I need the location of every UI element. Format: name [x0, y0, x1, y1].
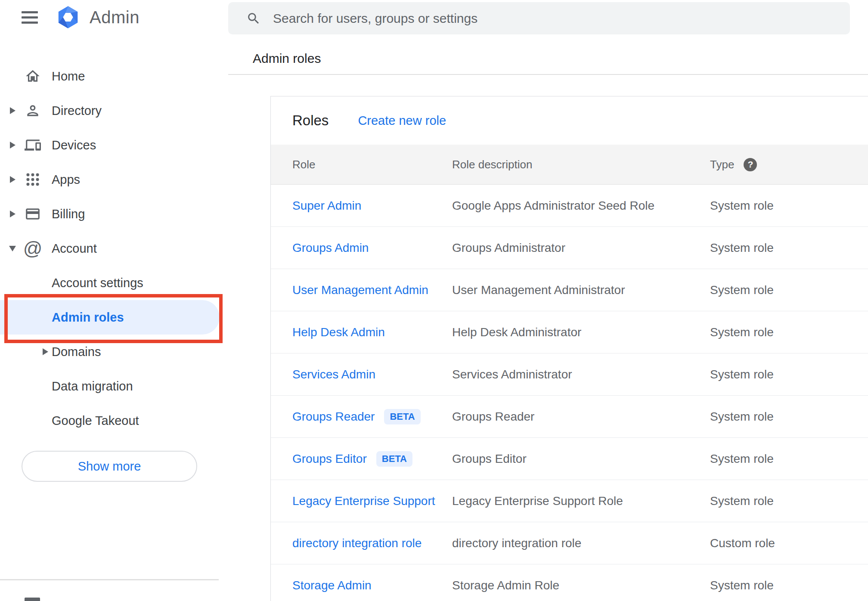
- sidebar-item-account[interactable]: @Account: [0, 231, 228, 266]
- sidebar-item-label: Billing: [52, 207, 85, 221]
- role-description-cell: Groups Editor: [452, 452, 710, 466]
- role-description-cell: Groups Reader: [452, 410, 710, 424]
- role-description-cell: Groups Administrator: [452, 241, 710, 255]
- sidebar-nav: HomeDirectoryDevicesAppsBilling@AccountA…: [0, 59, 228, 438]
- sidebar: Admin HomeDirectoryDevicesAppsBilling@Ac…: [0, 0, 228, 601]
- table-row: Groups AdminGroups AdministratorSystem r…: [271, 227, 868, 269]
- at-sign-icon: @: [24, 239, 42, 258]
- role-link[interactable]: Services Admin: [292, 368, 375, 381]
- column-header-role: Role: [292, 158, 452, 171]
- sidebar-item-label: Domains: [52, 345, 101, 359]
- sidebar-item-directory[interactable]: Directory: [0, 93, 228, 128]
- sidebar-item-label: Admin roles: [52, 310, 124, 325]
- table-body: Super AdminGoogle Apps Administrator See…: [271, 185, 868, 601]
- roles-card: Roles Create new role Role Role descript…: [270, 96, 868, 601]
- table-row: User Management AdminUser Management Adm…: [271, 269, 868, 311]
- roles-card-header: Roles Create new role: [271, 96, 868, 145]
- role-link[interactable]: User Management Admin: [292, 283, 428, 297]
- beta-badge: BETA: [376, 451, 412, 467]
- sidebar-item-domains[interactable]: Domains: [0, 335, 228, 369]
- table-row: Storage AdminStorage Admin RoleSystem ro…: [271, 564, 868, 601]
- table-row: Super AdminGoogle Apps Administrator See…: [271, 185, 868, 227]
- role-link[interactable]: Groups Admin: [292, 241, 369, 255]
- sidebar-item-billing[interactable]: Billing: [0, 197, 228, 231]
- role-type-cell: System role: [710, 494, 868, 508]
- sidebar-item-data-migration[interactable]: Data migration: [0, 369, 228, 403]
- role-type-cell: System role: [710, 368, 868, 381]
- table-row: Help Desk AdminHelp Desk AdministratorSy…: [271, 311, 868, 353]
- sidebar-bottom-divider: [0, 579, 219, 580]
- role-link[interactable]: Storage Admin: [292, 579, 372, 592]
- sidebar-item-label: Apps: [52, 173, 80, 187]
- role-link[interactable]: Groups Reader: [292, 410, 375, 424]
- table-row: directory integration roledirectory inte…: [271, 522, 868, 564]
- breadcrumb: Admin roles: [253, 51, 321, 66]
- column-header-type: Type ?: [710, 158, 868, 171]
- sidebar-item-label: Directory: [52, 104, 102, 118]
- sidebar-item-devices[interactable]: Devices: [0, 128, 228, 162]
- hamburger-menu-icon[interactable]: [22, 11, 39, 24]
- create-new-role-link[interactable]: Create new role: [358, 114, 446, 128]
- top-divider: [228, 74, 868, 75]
- beta-badge: BETA: [384, 409, 420, 424]
- sidebar-item-label: Account settings: [52, 276, 143, 290]
- role-link[interactable]: Help Desk Admin: [292, 325, 385, 339]
- expand-arrow-icon[interactable]: [9, 142, 16, 149]
- role-description-cell: Help Desk Administrator: [452, 325, 710, 339]
- role-type-cell: System role: [710, 283, 868, 297]
- admin-logo-icon: [56, 5, 80, 29]
- role-link[interactable]: Groups Editor: [292, 452, 367, 466]
- role-link[interactable]: directory integration role: [292, 536, 422, 550]
- sidebar-item-label: Home: [52, 69, 85, 84]
- sidebar-item-google-takeout[interactable]: Google Takeout: [0, 403, 228, 438]
- role-link[interactable]: Legacy Enterprise Support: [292, 494, 435, 508]
- brand-bar: Admin: [0, 0, 140, 34]
- role-type-cell: System role: [710, 241, 868, 255]
- sidebar-item-account-settings[interactable]: Account settings: [0, 266, 228, 300]
- role-type-cell: Custom role: [710, 536, 868, 550]
- table-header-row: Role Role description Type ?: [271, 145, 868, 185]
- app-title: Admin: [90, 8, 140, 27]
- person-icon: [24, 101, 42, 121]
- role-type-cell: System role: [710, 452, 868, 466]
- role-type-cell: System role: [710, 579, 868, 592]
- help-icon[interactable]: ?: [744, 158, 757, 171]
- table-row: Groups ReaderBETAGroups ReaderSystem rol…: [271, 396, 868, 438]
- show-more-button[interactable]: Show more: [22, 451, 197, 482]
- search-input[interactable]: [273, 11, 811, 26]
- table-row: Services AdminServices AdministratorSyst…: [271, 353, 868, 396]
- expand-arrow-icon[interactable]: [9, 176, 16, 183]
- search-icon: [246, 11, 261, 26]
- role-type-cell: System role: [710, 410, 868, 424]
- role-description-cell: Services Administrator: [452, 368, 710, 381]
- sidebar-item-admin-roles[interactable]: Admin roles: [0, 300, 228, 335]
- role-description-cell: Storage Admin Role: [452, 579, 710, 592]
- role-type-cell: System role: [710, 325, 868, 339]
- column-header-role-description: Role description: [452, 158, 710, 171]
- expand-arrow-icon[interactable]: [41, 348, 49, 355]
- sidebar-item-apps[interactable]: Apps: [0, 162, 228, 197]
- partial-sidebar-icon: [25, 598, 40, 601]
- expand-arrow-icon[interactable]: [9, 107, 16, 114]
- collapse-arrow-icon[interactable]: [9, 246, 16, 251]
- search-bar: [228, 2, 850, 34]
- roles-heading: Roles: [292, 112, 329, 129]
- table-row: Legacy Enterprise SupportLegacy Enterpri…: [271, 480, 868, 522]
- credit-card-icon: [24, 204, 42, 224]
- sidebar-item-label: Account: [52, 242, 97, 256]
- role-type-cell: System role: [710, 199, 868, 213]
- role-description-cell: User Management Administrator: [452, 283, 710, 297]
- apps-grid-icon: [24, 170, 42, 189]
- sidebar-item-label: Data migration: [52, 379, 133, 393]
- role-description-cell: directory integration role: [452, 536, 710, 550]
- expand-arrow-icon[interactable]: [9, 211, 16, 217]
- devices-icon: [24, 135, 42, 155]
- sidebar-item-home[interactable]: Home: [0, 59, 228, 93]
- role-description-cell: Google Apps Administrator Seed Role: [452, 199, 710, 213]
- sidebar-item-label: Google Takeout: [52, 414, 139, 428]
- home-icon: [24, 66, 42, 86]
- role-description-cell: Legacy Enterprise Support Role: [452, 494, 710, 508]
- table-row: Groups EditorBETAGroups EditorSystem rol…: [271, 438, 868, 480]
- role-link[interactable]: Super Admin: [292, 199, 361, 213]
- sidebar-item-label: Devices: [52, 138, 96, 152]
